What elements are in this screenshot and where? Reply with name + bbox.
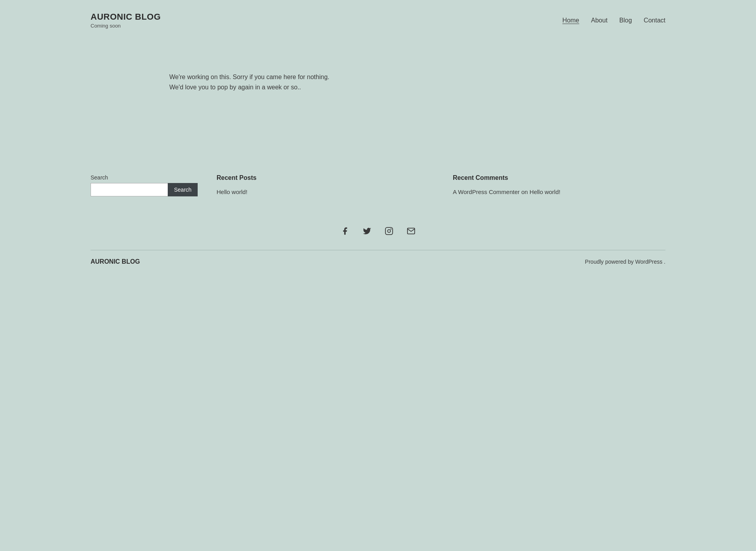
site-tagline: Coming soon (91, 23, 161, 29)
main-message: We're working on this. Sorry if you came… (169, 72, 343, 92)
widgets-area: Search Search Recent Posts Hello world! … (0, 159, 756, 212)
commented-post-link[interactable]: Hello world! (530, 189, 560, 195)
svg-rect-0 (385, 227, 393, 235)
search-form: Search (91, 183, 193, 196)
site-header: AURONIC BLOG Coming soon Home About Blog… (0, 0, 756, 41)
twitter-link[interactable] (360, 224, 374, 238)
site-footer: AURONIC BLOG Proudly powered by WordPres… (0, 250, 756, 273)
nav-contact[interactable]: Contact (644, 17, 665, 24)
instagram-icon (385, 227, 393, 235)
social-icons (0, 212, 756, 246)
twitter-icon (363, 227, 371, 235)
list-item: Hello world! (217, 189, 429, 196)
comment-on-text: on (521, 189, 530, 195)
nav-blog[interactable]: Blog (619, 17, 632, 24)
search-label: Search (91, 174, 193, 181)
commenter-link[interactable]: A WordPress Commenter (453, 189, 520, 195)
email-link[interactable] (404, 224, 418, 238)
wordpress-link[interactable]: WordPress (635, 259, 662, 265)
site-nav: Home About Blog Contact (562, 17, 665, 24)
search-input[interactable] (91, 183, 168, 196)
email-icon (407, 227, 415, 235)
recent-comments-widget: Recent Comments A WordPress Commenter on… (453, 174, 665, 195)
search-widget: Search Search (91, 174, 193, 196)
main-content: We're working on this. Sorry if you came… (0, 41, 756, 159)
recent-posts-list: Hello world! (217, 189, 429, 196)
svg-point-1 (387, 229, 390, 232)
footer-site-title[interactable]: AURONIC BLOG (91, 258, 140, 265)
recent-posts-title: Recent Posts (217, 174, 429, 181)
footer-credit-text: Proudly powered by (585, 259, 634, 265)
footer-period: . (664, 259, 665, 265)
facebook-link[interactable] (338, 224, 352, 238)
site-branding: AURONIC BLOG Coming soon (91, 12, 161, 29)
recent-comment-item: A WordPress Commenter on Hello world! (453, 189, 665, 195)
search-button[interactable]: Search (168, 183, 198, 196)
facebook-icon (341, 227, 349, 235)
nav-home[interactable]: Home (562, 17, 579, 24)
instagram-link[interactable] (382, 224, 396, 238)
recent-comments-title: Recent Comments (453, 174, 665, 181)
footer-credit: Proudly powered by WordPress . (585, 259, 665, 265)
svg-point-2 (391, 229, 392, 230)
recent-post-link[interactable]: Hello world! (217, 189, 247, 195)
nav-about[interactable]: About (591, 17, 608, 24)
site-title[interactable]: AURONIC BLOG (91, 12, 161, 22)
recent-posts-widget: Recent Posts Hello world! (217, 174, 429, 196)
